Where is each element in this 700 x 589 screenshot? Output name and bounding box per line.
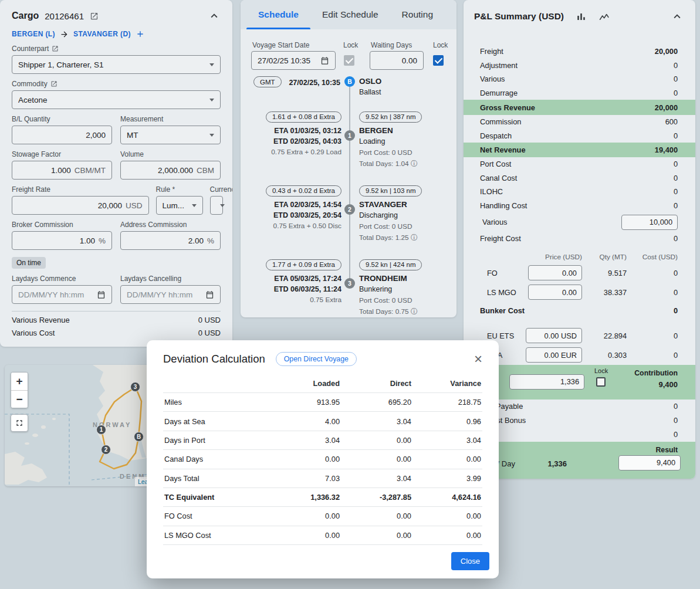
port-times-block: ETA 02/03/25, 14:54 ETD 03/03/25, 20:54 …	[249, 199, 341, 231]
info-icon[interactable]: ⓘ	[411, 160, 418, 168]
pnl-collapse-chevron-icon[interactable]	[671, 10, 684, 23]
tab-schedule[interactable]: Schedule	[246, 0, 310, 29]
deviation-row-tc-equivalent: TC Equivalent 1,336.32 -3,287.85 4,624.1…	[163, 488, 482, 506]
tab-edit-schedule[interactable]: Edit Schedule	[310, 0, 390, 29]
deviation-loaded: 1,336.32	[275, 488, 341, 506]
measurement-select[interactable]: MT	[120, 126, 221, 144]
bunker-col-qty: Qty (MT)	[582, 253, 627, 261]
tce-lock-checkbox[interactable]	[596, 377, 606, 387]
stowage-factor-unit: CBM/MT	[75, 166, 106, 175]
commodity-open-external-icon[interactable]	[50, 80, 58, 87]
bl-quantity-input[interactable]	[18, 131, 106, 140]
pnl-row-label: Port Cost	[480, 160, 511, 168]
waiting-days-input[interactable]	[376, 56, 417, 65]
pnl-row-commission: Commission600	[464, 115, 695, 129]
currency-select[interactable]: USD	[210, 196, 223, 215]
counterpart-open-external-icon[interactable]	[52, 45, 59, 52]
modal-close-icon[interactable]: ×	[474, 352, 482, 366]
lsmgo-price-input[interactable]	[528, 285, 582, 300]
cargo-header: Cargo 20126461	[12, 9, 221, 22]
pnl-row-label: Various	[480, 218, 507, 226]
result-input[interactable]	[618, 455, 681, 470]
tce-input[interactable]	[509, 374, 584, 390]
broker-commission-input[interactable]	[18, 236, 95, 245]
laydays-commence-input[interactable]	[18, 290, 93, 299]
rule-select[interactable]: Lum...	[156, 196, 203, 215]
modal-close-button[interactable]: Close	[451, 552, 489, 570]
deviation-row-days-total: Days Total 7.03 3.04 3.99	[163, 469, 482, 488]
cargo-panel: Cargo 20126461 BERGEN (L) STAVANGER (D) …	[0, 0, 232, 347]
port-extra-days: 0.75 Extra	[249, 294, 341, 305]
deviation-row-days-in-port: Days in Port 3.04 0.00 3.04	[163, 431, 482, 449]
port-total-days: Total Days: 0.75 ⓘ	[359, 306, 455, 317]
calendar-icon[interactable]	[97, 290, 106, 299]
deviation-direct: 3.04	[341, 412, 412, 431]
volume-input[interactable]	[127, 166, 193, 175]
currency-label: Currency	[210, 185, 232, 194]
pnl-row-various-editable: Various	[464, 212, 695, 232]
fo-price-input[interactable]	[528, 265, 582, 280]
info-icon[interactable]: ⓘ	[411, 307, 418, 316]
route-discharge-port-link[interactable]: STAVANGER (D)	[73, 30, 131, 38]
freight-rate-input[interactable]	[18, 201, 122, 210]
bar-chart-icon[interactable]	[576, 11, 587, 22]
port-name: OSLO	[359, 76, 455, 87]
caret-down-icon	[209, 134, 214, 137]
leg-block: 9.52 kn | 103 nm	[359, 185, 455, 197]
add-port-plus-icon[interactable]	[136, 29, 145, 39]
deviation-variance: 0.00	[412, 450, 482, 469]
pnl-row-net-revenue: Net Revenue19,400	[464, 143, 695, 157]
counterpart-select[interactable]: Shipper 1, Charterer, S1	[12, 55, 221, 74]
pnl-row-value: 0	[674, 416, 678, 425]
map-marker-oslo[interactable]: B	[134, 432, 144, 442]
address-commission-input[interactable]	[127, 236, 204, 245]
leg-block: 0.43 d + 0.02 d Extra	[249, 185, 341, 197]
analytics-icon[interactable]	[598, 11, 611, 22]
map-fullscreen-button[interactable]	[11, 414, 28, 432]
map-marker-stavanger[interactable]: 2	[101, 445, 111, 455]
bunker-row-fo: FO 9.517 0	[464, 263, 695, 283]
various-cost-value: 0 USD	[198, 329, 221, 337]
stowage-factor-input[interactable]	[18, 166, 71, 175]
port-info-block: BERGEN Loading Port Cost: 0 USD Total Da…	[359, 126, 455, 170]
port-info-block: TRONDHEIM Bunkering Port Cost: 0 USD Tot…	[359, 273, 455, 317]
open-direct-voyage-button[interactable]: Open Direct Voyage	[276, 352, 357, 366]
caret-down-icon	[209, 63, 214, 66]
port-name: BERGEN	[359, 126, 455, 136]
port-activity: Bunkering	[359, 284, 455, 295]
eu-ets-price-input[interactable]	[526, 328, 582, 343]
cargo-collapse-chevron-icon[interactable]	[208, 9, 221, 22]
map-marker-trondheim[interactable]: 3	[130, 382, 140, 392]
route-load-port-link[interactable]: BERGEN (L)	[12, 30, 55, 38]
calendar-icon[interactable]	[205, 290, 214, 299]
map-marker-bergen[interactable]: 1	[96, 425, 106, 435]
waiting-days-lock-label: Lock	[433, 41, 448, 49]
modal-header: Deviation Calculation Open Direct Voyage…	[163, 352, 482, 366]
cargo-open-external-icon[interactable]	[90, 12, 99, 21]
pnl-row-label: Net Revenue	[480, 145, 526, 154]
deviation-row-fo-cost: FO Cost 0.00 0.00 0.00	[163, 507, 482, 526]
app: Cargo 20126461 BERGEN (L) STAVANGER (D) …	[0, 0, 700, 589]
volume-label: Volume	[120, 150, 144, 158]
pnl-row-value: 0	[674, 131, 678, 140]
pnl-row-value: 0	[674, 234, 678, 243]
tab-routing[interactable]: Routing	[390, 0, 445, 29]
port-name: STAVANGER	[359, 199, 455, 210]
laydays-cancelling-input[interactable]	[127, 290, 202, 299]
cargo-route: BERGEN (L) STAVANGER (D)	[12, 29, 221, 39]
waiting-days-lock-checkbox[interactable]	[433, 55, 444, 66]
deviation-row-days-at-sea: Days at Sea 4.00 3.04 0.96	[163, 412, 482, 431]
info-icon[interactable]: ⓘ	[411, 233, 418, 242]
eua-price-input[interactable]	[526, 347, 582, 363]
voyage-start-date-input[interactable]	[258, 56, 317, 65]
calendar-icon[interactable]	[320, 56, 329, 65]
commodity-select[interactable]: Acetone	[12, 90, 221, 109]
map-zoom-in-button[interactable]: +	[11, 373, 28, 390]
leg-block: 9.52 kn | 387 nm	[359, 111, 455, 123]
map-zoom-out-button[interactable]: −	[11, 390, 28, 408]
voyage-start-date-label: Voyage Start Date	[252, 41, 309, 49]
stowage-factor-label: Stowage Factor	[12, 150, 61, 158]
deviation-loaded: 0.00	[275, 450, 341, 469]
voyage-start-lock-checkbox[interactable]	[344, 55, 354, 66]
various-amount-input[interactable]	[621, 215, 678, 230]
